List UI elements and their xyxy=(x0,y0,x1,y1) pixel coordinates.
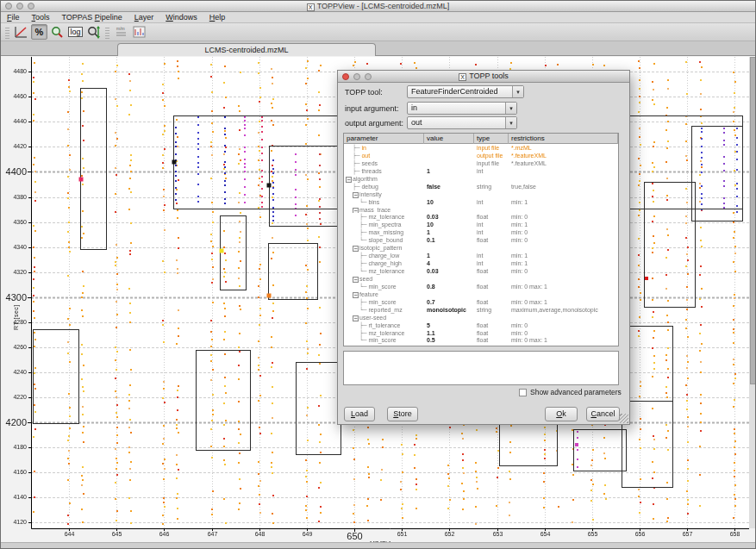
zoom-magnifier-icon[interactable] xyxy=(49,24,66,40)
tree-branch-icon: └─ xyxy=(359,199,366,206)
menu-help[interactable]: Help xyxy=(203,12,232,23)
store-button[interactable]: Store xyxy=(387,407,418,421)
param-row-reported_mz[interactable]: └─ reported_mzmonoisotopicstringmaximum,… xyxy=(344,306,618,314)
collapse-icon[interactable]: − xyxy=(346,177,352,183)
output-argument-row: output argument: out▾ xyxy=(345,119,403,128)
param-row-debug[interactable]: ├─ debugfalsestringtrue,false xyxy=(344,183,618,190)
toolbar-grip-2[interactable] xyxy=(105,26,109,39)
tree-branch-icon: └─ xyxy=(359,284,366,290)
param-row-bins[interactable]: └─ bins10intmin: 1 xyxy=(344,198,618,206)
tree-branch-icon: └─ xyxy=(359,237,366,244)
param-row-min_score[interactable]: └─ min_score0.8floatmin: 0 max: 1 xyxy=(344,283,618,290)
column-header-type[interactable]: type xyxy=(474,134,509,144)
collapse-icon[interactable]: − xyxy=(353,192,359,198)
log-intensity-icon[interactable]: log xyxy=(67,24,84,40)
param-row-in[interactable]: ├─ ininput file*.mzML xyxy=(344,144,618,152)
show-advanced-label: Show advanced parameters xyxy=(530,388,622,396)
tree-branch-icon: ├─ xyxy=(359,214,366,221)
cancel-button[interactable]: Cancel xyxy=(586,407,620,421)
dialog-titlebar[interactable]: XTOPP tools xyxy=(338,71,629,83)
load-button[interactable]: Load xyxy=(344,407,375,421)
vertical-scrollbar[interactable] xyxy=(749,57,756,528)
param-row-min_score[interactable]: └─ min_score0.5floatmin: 0 max: 1 xyxy=(344,336,618,344)
chevron-down-icon[interactable]: ▾ xyxy=(512,86,523,97)
param-row-out[interactable]: ├─ outoutput file*.featureXML xyxy=(344,152,618,159)
tree-branch-icon: ├─ xyxy=(353,145,359,152)
collapse-icon[interactable]: − xyxy=(353,292,359,298)
menu-windows[interactable]: Windows xyxy=(159,12,203,23)
input-argument-combobox[interactable]: in▾ xyxy=(407,102,517,115)
output-argument-combobox[interactable]: out▾ xyxy=(407,116,517,129)
window-title: XTOPPView - [LCMS-centroided.mzML] xyxy=(1,2,755,11)
app-icon: X xyxy=(307,3,315,11)
status-bar xyxy=(1,542,756,549)
tree-branch-icon: ├─ xyxy=(359,221,366,228)
param-row-slope_bound[interactable]: └─ slope_bound0.1floatmin: 0 xyxy=(344,236,618,244)
param-row-mz_tolerance[interactable]: ├─ mz_tolerance0.03floatmin: 0 xyxy=(344,213,618,221)
param-row-seeds[interactable]: ├─ seedsinput file*.featureXML xyxy=(344,159,618,167)
topp-tool-combobox[interactable]: FeatureFinderCentroided▾ xyxy=(407,85,524,98)
chevron-down-icon[interactable]: ▾ xyxy=(505,117,516,128)
output-argument-label: output argument: xyxy=(345,119,403,128)
percentage-mode-icon[interactable]: % xyxy=(31,24,47,40)
collapse-icon[interactable]: − xyxy=(353,246,359,252)
param-row-user-seed[interactable]: −user-seed xyxy=(344,314,618,321)
tree-branch-icon: ├─ xyxy=(359,229,366,236)
y-axis-label: RT [sec] xyxy=(13,304,19,330)
param-row-charge_high[interactable]: ├─ charge_high4intmin: 1 xyxy=(344,259,618,267)
toolbar-grip[interactable] xyxy=(5,26,9,39)
param-row-min_spectra[interactable]: ├─ min_spectra10intmin: 1 xyxy=(344,221,618,228)
param-row-min_score[interactable]: ├─ min_score0.7floatmin: 0 max: 1 xyxy=(344,298,618,306)
collapse-icon[interactable]: − xyxy=(353,315,359,321)
param-row-feature[interactable]: −feature xyxy=(344,290,618,298)
chevron-down-icon[interactable]: ▾ xyxy=(505,103,516,114)
collapse-icon[interactable]: − xyxy=(353,208,359,214)
tree-branch-icon: ├─ xyxy=(353,160,359,167)
param-row-isotopic_pattern[interactable]: −isotopic_pattern xyxy=(344,244,618,252)
parameter-table[interactable]: parametervaluetyperestrictions ├─ ininpu… xyxy=(343,133,619,346)
menu-toppas-pipeline[interactable]: TOPPAS Pipeline xyxy=(56,12,128,23)
1d-plot-icon[interactable] xyxy=(13,24,29,40)
toolbar: % log m/m xyxy=(1,23,755,41)
scrollbar-thumb[interactable] xyxy=(750,57,756,384)
resize-grip-icon[interactable] xyxy=(619,414,628,423)
zoom-range-icon[interactable] xyxy=(85,24,102,40)
column-header-restrictions[interactable]: restrictions xyxy=(509,134,618,144)
menu-file[interactable]: File xyxy=(1,12,26,23)
param-row-seed[interactable]: −seed xyxy=(344,275,618,283)
param-row-charge_low[interactable]: ├─ charge_low1intmin: 1 xyxy=(344,252,618,259)
projection-chart-icon[interactable] xyxy=(131,24,147,40)
param-row-mass_trace[interactable]: −mass_trace xyxy=(344,206,618,214)
dialog-title: XTOPP tools xyxy=(338,72,629,81)
param-row-threads[interactable]: ├─ threads1int xyxy=(344,167,618,175)
tree-branch-icon: ├─ xyxy=(353,168,359,175)
tab-bar: LCMS-centroided.mzML xyxy=(1,41,755,56)
menu-layer[interactable]: Layer xyxy=(128,12,160,23)
tab-lcms-centroided[interactable]: LCMS-centroided.mzML xyxy=(117,43,376,56)
tree-branch-icon: ├─ xyxy=(359,330,366,337)
mz-spectra-icon[interactable]: m/m xyxy=(113,24,129,40)
main-titlebar[interactable]: XTOPPView - [LCMS-centroided.mzML] xyxy=(1,1,755,12)
menu-bar: FileToolsTOPPAS PipelineLayerWindowsHelp xyxy=(1,12,755,23)
param-row-max_missing[interactable]: ├─ max_missing1intmin: 0 xyxy=(344,228,618,236)
param-row-intensity[interactable]: −intensity xyxy=(344,190,618,198)
column-header-value[interactable]: value xyxy=(424,134,474,144)
parameter-table-header: parametervaluetyperestrictions xyxy=(344,134,618,144)
show-advanced-row: Show advanced parameters xyxy=(519,388,622,396)
tree-branch-icon: └─ xyxy=(359,268,366,275)
topp-tool-label: TOPP tool: xyxy=(345,88,383,97)
menu-tools[interactable]: Tools xyxy=(26,12,56,23)
message-output-box[interactable] xyxy=(343,351,619,385)
show-advanced-checkbox[interactable] xyxy=(519,389,527,396)
ok-button[interactable]: Ok xyxy=(545,407,578,421)
collapse-icon[interactable]: − xyxy=(353,277,359,283)
toppview-window: XTOPPView - [LCMS-centroided.mzML] FileT… xyxy=(0,0,756,549)
tree-branch-icon: ├─ xyxy=(359,322,366,329)
param-row-rt_tolerance[interactable]: ├─ rt_tolerance5floatmin: 0 xyxy=(344,321,618,329)
column-header-parameter[interactable]: parameter xyxy=(344,134,424,144)
param-row-mz_tolerance[interactable]: └─ mz_tolerance0.03floatmin: 0 xyxy=(344,267,618,275)
param-row-mz_tolerance[interactable]: ├─ mz_tolerance1.1floatmin: 0 xyxy=(344,329,618,337)
param-row-algorithm[interactable]: −algorithm xyxy=(344,175,618,183)
input-argument-label: input argument: xyxy=(345,104,399,113)
svg-text:m/m: m/m xyxy=(116,26,125,31)
